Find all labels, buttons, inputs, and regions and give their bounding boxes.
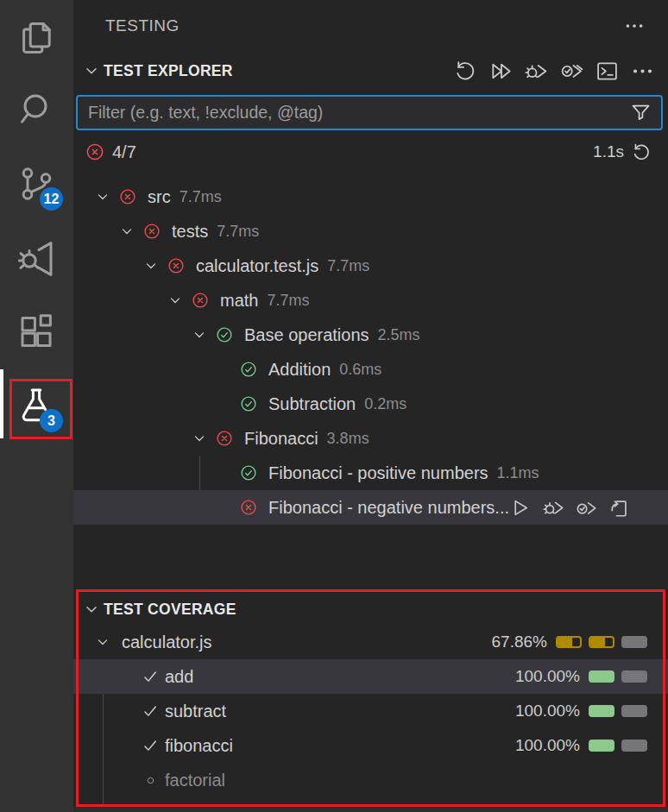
test-label: Subtraction	[268, 394, 356, 414]
more-actions-button[interactable]	[628, 58, 656, 84]
files-icon	[16, 17, 57, 59]
refresh-icon[interactable]	[631, 142, 652, 163]
test-error-icon	[142, 222, 161, 241]
test-duration: 7.7ms	[327, 257, 369, 275]
coverage-row[interactable]: calculator.js67.86%	[73, 625, 668, 659]
debug-test-button[interactable]	[542, 496, 565, 519]
test-label: math	[220, 291, 258, 311]
pane-title: TESTING	[105, 16, 180, 35]
test-tree-row[interactable]: math7.7ms	[73, 283, 668, 318]
refresh-tests-button[interactable]	[451, 58, 479, 84]
test-tree-row[interactable]: calculator.test.js7.7ms	[73, 249, 668, 283]
test-row-actions	[509, 496, 631, 519]
twistie-spacer	[215, 394, 232, 413]
run-all-tests-button[interactable]	[487, 58, 514, 84]
coverage-row[interactable]: add100.00%	[73, 659, 668, 694]
show-output-button[interactable]	[593, 58, 621, 84]
test-label: tests	[172, 222, 208, 242]
twistie-spacer	[215, 498, 232, 517]
test-tree-row[interactable]: Subtraction0.2ms	[73, 387, 668, 421]
coverage-label: factorial	[165, 771, 225, 790]
coverage-bars	[589, 740, 647, 752]
refresh-icon	[453, 59, 478, 84]
test-pass-icon	[239, 463, 258, 482]
more-actions-icon[interactable]	[623, 15, 646, 37]
test-label: src	[148, 187, 171, 207]
coverage-bar	[589, 740, 614, 752]
test-filter-box	[76, 95, 663, 130]
chevron-down-icon	[191, 429, 208, 448]
debug-all-tests-button[interactable]	[522, 58, 550, 84]
activity-bar: 123	[0, 0, 73, 812]
chevron-down-icon	[82, 600, 101, 619]
search-icon	[16, 88, 57, 129]
test-filter-input[interactable]	[78, 103, 629, 123]
test-tree-row[interactable]: Fibonacci - positive numbers1.1ms	[73, 456, 668, 490]
go-to-test-button[interactable]	[608, 496, 631, 519]
test-error-icon	[167, 256, 186, 275]
test-duration: 7.7ms	[267, 292, 309, 310]
coverage-row[interactable]: factorial	[73, 763, 668, 797]
coverage-row[interactable]: fibonacci100.00%	[73, 728, 668, 763]
activity-bar-item-testing[interactable]: 3	[8, 377, 65, 434]
circle-outline-icon	[141, 771, 160, 790]
test-explorer-toolbar	[451, 58, 656, 84]
activity-bar-item-search[interactable]	[8, 80, 65, 137]
twistie-spacer	[215, 463, 232, 482]
test-explorer-section-header[interactable]: TEST EXPLORER	[73, 52, 668, 90]
test-label: Fibonacci - positive numbers	[268, 463, 488, 483]
coverage-percent: 100.00%	[515, 702, 580, 721]
test-run-duration: 1.1s	[593, 142, 624, 161]
run-all-with-coverage-button[interactable]	[558, 58, 585, 84]
coverage-label: add	[165, 667, 193, 687]
coverage-bar	[621, 705, 647, 717]
chevron-down-icon	[94, 187, 111, 206]
twistie-spacer	[215, 360, 232, 379]
badge: 3	[40, 409, 63, 432]
activity-bar-item-explorer[interactable]	[8, 9, 65, 66]
test-error-icon	[191, 291, 210, 310]
chevron-down-icon	[118, 222, 135, 241]
test-tree-row[interactable]: Fibonacci - negative numbers...	[73, 490, 668, 525]
coverage-row[interactable]: subtract100.00%	[73, 694, 668, 728]
activity-bar-item-source-control[interactable]: 12	[8, 155, 65, 212]
coverage-percent: 100.00%	[515, 736, 580, 755]
chevron-down-icon	[167, 291, 184, 310]
vscode-testing-sidebar: 123 TESTING TEST EXPLORER 4/7 1.1s src7.…	[0, 0, 668, 812]
coverage-label: subtract	[165, 702, 226, 721]
coverage-bar	[589, 670, 614, 683]
run-test-button[interactable]	[509, 496, 533, 519]
coverage-bar	[621, 670, 647, 683]
test-error-icon	[215, 429, 234, 448]
test-tree-row[interactable]: Base operations2.5ms	[73, 318, 668, 352]
coverage-bars	[556, 636, 647, 648]
filter-funnel-icon[interactable]	[629, 101, 652, 124]
test-tree-row[interactable]: src7.7ms	[73, 179, 668, 214]
test-pass-icon	[239, 360, 258, 379]
test-tree-row[interactable]: Fibonacci3.8ms	[73, 421, 668, 456]
coverage-bar	[621, 636, 647, 648]
chevron-down-icon	[94, 633, 111, 651]
coverage-bar	[556, 636, 582, 648]
chevron-down-icon	[82, 61, 101, 80]
test-tree-row[interactable]: tests7.7ms	[73, 214, 668, 249]
run-test-with-coverage-button[interactable]	[575, 496, 598, 519]
test-tree-row[interactable]: Addition0.6ms	[73, 352, 668, 387]
test-label: Addition	[268, 360, 331, 380]
coverage-stats: 100.00%	[515, 702, 647, 721]
test-coverage-title: TEST COVERAGE	[104, 601, 236, 619]
test-coverage-section-header[interactable]: TEST COVERAGE	[73, 590, 668, 628]
debug-icon	[16, 238, 57, 280]
test-label: Fibonacci - negative numbers...	[268, 498, 509, 518]
test-pass-icon	[239, 394, 258, 413]
test-explorer-title: TEST EXPLORER	[104, 62, 233, 80]
test-results-summary: 4/7 1.1s	[73, 135, 668, 169]
test-label: Base operations	[244, 325, 369, 345]
coverage-rows: calculator.js67.86%add100.00%subtract100…	[73, 625, 668, 797]
coverage-bar	[589, 705, 614, 717]
coverage-label: fibonacci	[165, 736, 233, 756]
activity-bar-item-extensions[interactable]	[8, 304, 65, 361]
ellipsis-icon	[630, 59, 655, 84]
test-label: Fibonacci	[244, 429, 318, 449]
activity-bar-item-run-and-debug[interactable]	[8, 230, 65, 287]
